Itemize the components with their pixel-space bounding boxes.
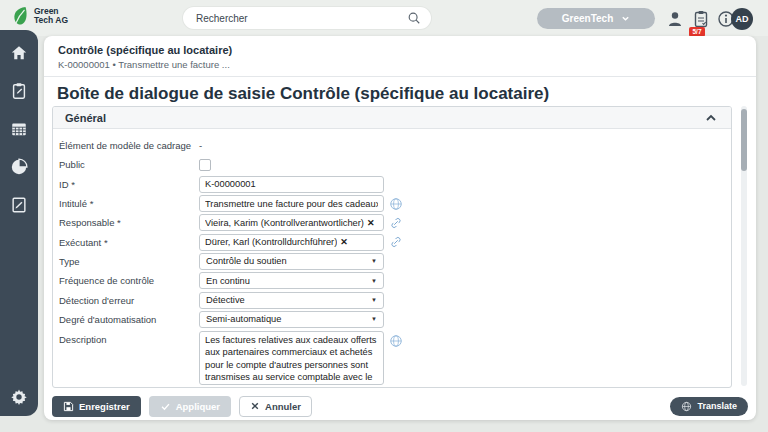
logo-line2: Tech AG: [34, 16, 68, 25]
general-panel-header[interactable]: Général: [53, 107, 731, 129]
logo-text: Green Tech AG: [34, 7, 68, 25]
field-row-public: Public: [59, 155, 731, 174]
avatar[interactable]: AD: [731, 8, 753, 30]
public-checkbox[interactable]: [199, 159, 211, 171]
responsible-input[interactable]: Vieira, Karim (Kontrollverantwortlicher)…: [199, 214, 384, 231]
translate-globe-icon[interactable]: [389, 197, 403, 211]
apply-button[interactable]: Appliquer: [149, 396, 231, 417]
scrollbar-thumb[interactable]: [741, 109, 747, 171]
document-edit-icon[interactable]: [10, 196, 28, 214]
search-input[interactable]: Rechercher: [183, 7, 431, 29]
general-panel-title: Général: [65, 112, 703, 124]
detection-label: Détection d'erreur: [59, 295, 199, 306]
field-row-title: Intitulé * Transmettre une facture pour …: [59, 194, 731, 213]
remove-executor-icon[interactable]: ✕: [340, 237, 348, 247]
title-input[interactable]: Transmettre une facture pour des cadeaux…: [199, 195, 384, 212]
caret-down-icon: ▼: [371, 316, 377, 322]
link-icon[interactable]: [389, 216, 403, 230]
home-icon[interactable]: [10, 44, 28, 62]
chevron-down-icon: [621, 14, 630, 23]
responsible-label: Responsable *: [59, 217, 199, 228]
frequency-select[interactable]: En continu ▼: [199, 272, 384, 289]
save-label: Enregistrer: [79, 401, 130, 412]
search-icon[interactable]: [407, 11, 421, 25]
field-row-description: Description Les factures relatives aux c…: [59, 331, 731, 350]
pie-chart-icon[interactable]: [10, 158, 28, 176]
tenant-label: GreenTech: [562, 13, 614, 24]
leaf-icon: [10, 5, 30, 27]
general-panel: Général Élément de modèle de cadrage - P…: [52, 106, 732, 388]
executor-input[interactable]: Dürer, Karl (Kontrolldurchführer) ✕: [199, 234, 384, 251]
type-label: Type: [59, 256, 199, 267]
frequency-label: Fréquence de contrôle: [59, 275, 199, 286]
id-input[interactable]: K-00000001: [199, 176, 384, 193]
field-row-executor: Exécutant * Dürer, Karl (Kontrolldurchfü…: [59, 232, 731, 251]
responsible-value: Vieira, Karim (Kontrollverantwortlicher): [205, 218, 364, 228]
tenant-dropdown[interactable]: GreenTech: [537, 8, 655, 29]
executor-label: Exécutant *: [59, 237, 199, 248]
automation-label: Degré d'automatisation: [59, 314, 199, 325]
main-card: Contrôle (spécifique au locataire) K-000…: [44, 36, 756, 420]
field-row-responsible: Responsable * Vieira, Karim (Kontrollver…: [59, 213, 731, 232]
translate-label: Translate: [697, 401, 737, 411]
top-header: Green Tech AG Rechercher GreenTech 5/7 A…: [0, 0, 768, 36]
caret-down-icon: ▼: [371, 297, 377, 303]
remove-responsible-icon[interactable]: ✕: [367, 218, 375, 228]
search-placeholder: Rechercher: [196, 13, 407, 24]
title-value: Transmettre une facture pour des cadeaux…: [205, 199, 378, 209]
frequency-value: En continu: [206, 276, 371, 286]
app-logo[interactable]: Green Tech AG: [10, 5, 68, 27]
type-select[interactable]: Contrôle du soutien ▼: [199, 253, 384, 270]
framework-value: -: [199, 140, 202, 151]
field-row-type: Type Contrôle du soutien ▼: [59, 252, 731, 271]
detection-select[interactable]: Détective ▼: [199, 292, 384, 309]
field-row-frequency: Fréquence de contrôle En continu ▼: [59, 271, 731, 290]
cancel-label: Annuler: [265, 401, 301, 412]
field-row-id: ID * K-00000001: [59, 175, 731, 194]
scrollbar-track[interactable]: [741, 106, 747, 386]
detection-value: Détective: [206, 295, 371, 305]
save-button[interactable]: Enregistrer: [52, 396, 141, 417]
breadcrumb-title: Contrôle (spécifique au locataire): [58, 44, 232, 56]
translate-button[interactable]: Translate: [670, 397, 748, 416]
id-value: K-00000001: [205, 179, 256, 189]
caret-down-icon: ▼: [371, 258, 377, 264]
executor-value: Dürer, Karl (Kontrolldurchführer): [205, 237, 337, 247]
divider: [44, 76, 756, 77]
field-row-automation: Degré d'automatisation Semi-automatique …: [59, 310, 731, 329]
user-icon[interactable]: [666, 10, 684, 28]
description-textarea[interactable]: Les factures relatives aux cadeaux offer…: [199, 331, 384, 385]
automation-select[interactable]: Semi-automatique ▼: [199, 311, 384, 328]
translate-globe-icon[interactable]: [389, 334, 403, 348]
framework-label: Élément de modèle de cadrage: [59, 140, 199, 151]
automation-value: Semi-automatique: [206, 314, 371, 324]
calendar-icon[interactable]: [10, 120, 28, 138]
public-label: Public: [59, 159, 199, 170]
page-title: Boîte de dialogue de saisie Contrôle (sp…: [57, 84, 549, 104]
type-value: Contrôle du soutien: [206, 256, 371, 266]
apply-label: Appliquer: [176, 401, 220, 412]
title-label: Intitulé *: [59, 198, 199, 209]
link-icon[interactable]: [389, 235, 403, 249]
tasks-clipboard-icon[interactable]: [692, 10, 710, 28]
field-row-detection: Détection d'erreur Détective ▼: [59, 290, 731, 309]
close-icon: [250, 401, 260, 411]
check-icon: [160, 401, 171, 412]
breadcrumb-subtitle: K-00000001 • Transmettre une facture ...: [58, 59, 230, 70]
description-label: Description: [59, 331, 199, 345]
save-disk-icon: [63, 401, 74, 412]
caret-down-icon: ▼: [371, 278, 377, 284]
dialog-footer: Enregistrer Appliquer Annuler Translate: [44, 392, 756, 420]
cancel-button[interactable]: Annuler: [239, 396, 312, 417]
nav-sidebar: [0, 30, 38, 416]
general-panel-body: Élément de modèle de cadrage - Public ID…: [53, 129, 731, 350]
globe-icon: [681, 401, 692, 412]
id-label: ID *: [59, 179, 199, 190]
field-row-framework: Élément de modèle de cadrage -: [59, 136, 731, 155]
audit-clipboard-icon[interactable]: [10, 82, 28, 100]
gear-icon[interactable]: [10, 388, 28, 406]
chevron-up-icon[interactable]: [703, 110, 719, 126]
